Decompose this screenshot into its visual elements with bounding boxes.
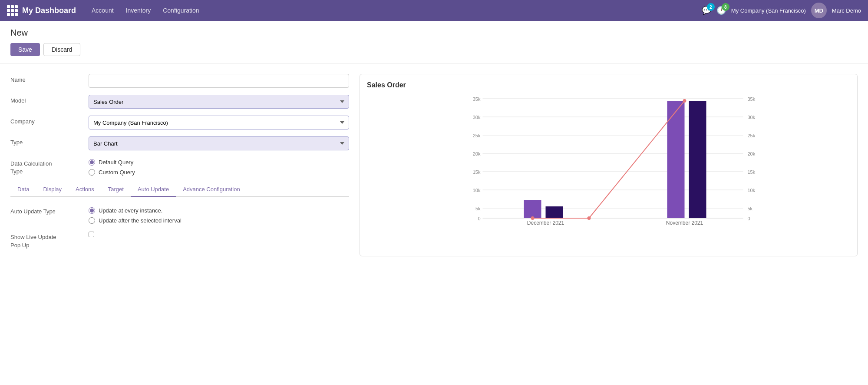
- svg-text:20k: 20k: [748, 151, 756, 156]
- radio-every-instance[interactable]: Update at every instance.: [89, 207, 349, 214]
- tab-auto-update[interactable]: Auto Update: [131, 183, 176, 197]
- radio-default-label: Default Query: [99, 159, 133, 166]
- topnav-right: 💬 2 🕐 8 My Company (San Francisco) MD Ma…: [702, 3, 861, 18]
- radio-interval-label: Update after the selected interval: [99, 217, 182, 224]
- svg-text:December 2021: December 2021: [527, 220, 564, 225]
- chart-title: Sales Order: [367, 81, 850, 89]
- type-control: Bar Chart Line Chart Pie Chart Donut Cha…: [89, 136, 349, 150]
- svg-text:November 2021: November 2021: [666, 220, 703, 225]
- messages-badge: 2: [707, 3, 715, 11]
- page: New Save Discard Name Model Sales Order: [0, 21, 868, 385]
- app-logo[interactable]: My Dashboard: [7, 5, 76, 16]
- company-select[interactable]: My Company (San Francisco): [89, 116, 349, 129]
- radio-custom-query[interactable]: Custom Query: [89, 169, 349, 176]
- tab-data[interactable]: Data: [10, 183, 36, 197]
- auto-update-type-row: Auto Update Type Update at every instanc…: [10, 206, 349, 224]
- tab-actions[interactable]: Actions: [69, 183, 101, 197]
- auto-update-radio-group: Update at every instance. Update after t…: [89, 206, 349, 224]
- messages-icon[interactable]: 💬 2: [702, 6, 711, 15]
- tab-target[interactable]: Target: [101, 183, 131, 197]
- svg-text:35k: 35k: [748, 96, 756, 102]
- svg-text:0: 0: [478, 216, 480, 221]
- menu-account[interactable]: Account: [86, 4, 119, 17]
- trend-dot-1: [531, 216, 535, 220]
- model-label: Model: [10, 95, 89, 104]
- updates-icon[interactable]: 🕐 8: [716, 6, 726, 15]
- svg-text:15k: 15k: [473, 169, 481, 175]
- svg-text:10k: 10k: [473, 188, 481, 193]
- tab-advance-config[interactable]: Advance Configuration: [176, 183, 247, 197]
- nov-bar-2: [689, 101, 706, 218]
- model-control: Sales Order Purchase Order Invoice: [89, 95, 349, 109]
- company-control: My Company (San Francisco): [89, 116, 349, 129]
- radio-default-query[interactable]: Default Query: [89, 159, 349, 166]
- discard-button[interactable]: Discard: [43, 43, 80, 56]
- updates-badge: 8: [722, 3, 729, 11]
- auto-update-type-control: Update at every instance. Update after t…: [89, 206, 349, 224]
- main-menu: Account Inventory Configuration: [86, 4, 204, 17]
- user-initials: MD: [815, 7, 823, 14]
- type-select[interactable]: Bar Chart Line Chart Pie Chart Donut Cha…: [89, 136, 349, 150]
- name-input[interactable]: [89, 74, 349, 88]
- name-row: Name: [10, 74, 349, 88]
- auto-update-type-label: Auto Update Type: [10, 206, 89, 215]
- dec-bar-1: [524, 200, 541, 218]
- svg-text:25k: 25k: [748, 133, 756, 138]
- user-name: Marc Demo: [832, 7, 861, 14]
- action-buttons: Save Discard: [10, 43, 858, 56]
- page-title: New: [10, 28, 858, 38]
- name-label: Name: [10, 74, 89, 83]
- chart-svg: 0 5k 10k 15k 20k 25k 30k 35k 0 5k 10k 15…: [367, 94, 850, 225]
- grid-icon: [7, 5, 18, 16]
- svg-text:30k: 30k: [748, 115, 756, 120]
- auto-update-section: Auto Update Type Update at every instanc…: [10, 206, 349, 249]
- avatar[interactable]: MD: [811, 3, 827, 18]
- svg-text:25k: 25k: [473, 133, 481, 138]
- company-name: My Company (San Francisco): [731, 7, 806, 14]
- radio-group: Default Query Custom Query: [89, 157, 349, 176]
- company-label: Company: [10, 116, 89, 125]
- chart-panel: Sales Order 0 5k 10k 1: [360, 74, 858, 256]
- tabs: Data Display Actions Target Auto Update …: [10, 183, 349, 197]
- svg-text:35k: 35k: [473, 96, 481, 102]
- save-button[interactable]: Save: [10, 43, 40, 56]
- menu-configuration[interactable]: Configuration: [158, 4, 204, 17]
- form-panel: Name Model Sales Order Purchase Order In…: [10, 74, 349, 256]
- radio-every-instance-label: Update at every instance.: [99, 207, 162, 214]
- trend-dot-2: [587, 216, 591, 220]
- company-row: Company My Company (San Francisco): [10, 116, 349, 129]
- model-select[interactable]: Sales Order Purchase Order Invoice: [89, 95, 349, 109]
- data-calc-row: Data Calculation Type Default Query Cust…: [10, 157, 349, 176]
- data-calc-label: Data Calculation Type: [10, 157, 89, 176]
- chart-area: 0 5k 10k 15k 20k 25k 30k 35k 0 5k 10k 15…: [367, 94, 850, 225]
- page-header: New Save Discard: [0, 21, 868, 63]
- radio-selected-interval[interactable]: Update after the selected interval: [89, 217, 349, 224]
- menu-inventory[interactable]: Inventory: [121, 4, 156, 17]
- svg-text:30k: 30k: [473, 115, 481, 120]
- svg-text:5k: 5k: [475, 206, 481, 211]
- tab-display[interactable]: Display: [36, 183, 69, 197]
- type-label: Type: [10, 136, 89, 146]
- svg-text:5k: 5k: [748, 206, 753, 211]
- trend-dot-3: [683, 99, 686, 103]
- svg-text:15k: 15k: [748, 169, 756, 175]
- app-title: My Dashboard: [22, 6, 76, 15]
- model-row: Model Sales Order Purchase Order Invoice: [10, 95, 349, 109]
- live-update-control: [89, 231, 349, 237]
- live-update-row: Show Live Update Pop Up: [10, 231, 349, 249]
- live-update-checkbox-item[interactable]: [89, 231, 349, 237]
- trend-line: [533, 101, 685, 218]
- type-row: Type Bar Chart Line Chart Pie Chart Donu…: [10, 136, 349, 150]
- radio-custom-label: Custom Query: [99, 169, 135, 176]
- svg-text:0: 0: [748, 216, 750, 221]
- dec-bar-2: [546, 206, 563, 218]
- svg-text:10k: 10k: [748, 188, 756, 193]
- svg-text:20k: 20k: [473, 151, 481, 156]
- name-control: [89, 74, 349, 88]
- data-calc-control: Default Query Custom Query: [89, 157, 349, 176]
- main-content: Name Model Sales Order Purchase Order In…: [0, 63, 868, 267]
- live-update-checkbox[interactable]: [89, 232, 94, 237]
- top-navigation: My Dashboard Account Inventory Configura…: [0, 0, 868, 21]
- live-update-label: Show Live Update Pop Up: [10, 231, 89, 249]
